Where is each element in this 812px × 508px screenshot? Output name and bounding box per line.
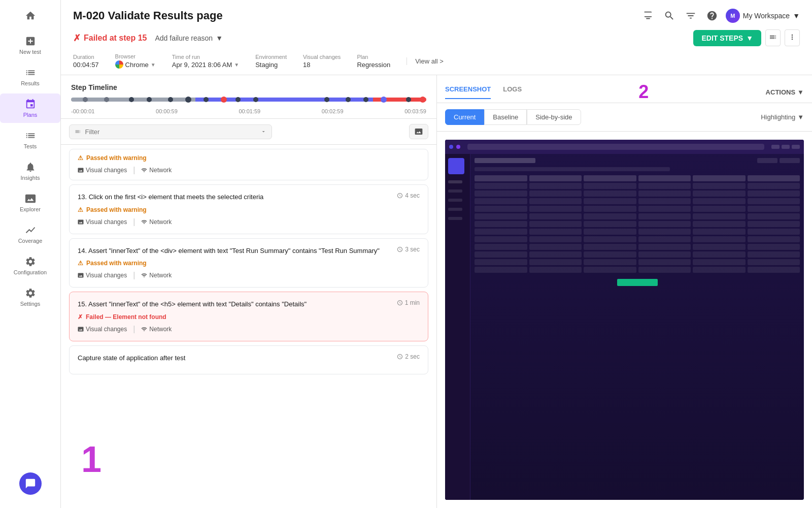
- filter-icon-btn[interactable]: [683, 8, 698, 23]
- timeline-dot-4: [147, 97, 152, 102]
- monitor-icon-btn[interactable]: [640, 8, 656, 23]
- prev-network-tag[interactable]: Network: [141, 167, 172, 174]
- prev-visual-tag[interactable]: Visual changes: [78, 167, 127, 174]
- mock-d1c6: [748, 183, 800, 189]
- step-13-network-tag[interactable]: Network: [141, 218, 172, 226]
- sidebar: New test Results Plans Tests Insights Ex…: [0, 0, 61, 508]
- header-actions: M My Workspace ▼: [640, 8, 800, 23]
- step-item-15: 15. Assert "innerText" of the <h5> eleme…: [69, 292, 428, 341]
- timeline-dot-5: [168, 97, 173, 102]
- edit-steps-button[interactable]: EDIT STEPS ▼: [693, 30, 761, 46]
- mock-main: [470, 154, 804, 500]
- sidebar-item-results-label: Results: [21, 80, 40, 86]
- step-13-network-label: Network: [149, 218, 172, 226]
- mock-d7c6: [748, 229, 800, 235]
- view-tab-baseline[interactable]: Baseline: [484, 109, 527, 125]
- actions-label: ACTIONS: [766, 88, 796, 96]
- tab-logs[interactable]: LOGS: [503, 85, 522, 99]
- mock-d5c2: [529, 213, 582, 219]
- mock-d12c2: [529, 267, 582, 273]
- mock-d6c5: [693, 221, 746, 227]
- mock-d1c3: [584, 183, 636, 189]
- step-14-network-tag[interactable]: Network: [141, 272, 172, 279]
- mock-d7c4: [638, 229, 691, 235]
- tab-screenshot[interactable]: SCREENSHOT: [445, 85, 491, 99]
- mock-d8c1: [475, 236, 527, 242]
- sidebar-item-coverage-label: Coverage: [18, 238, 43, 244]
- view-tab-side-by-side[interactable]: Side-by-side: [527, 109, 581, 125]
- mock-d11c5: [693, 259, 746, 265]
- right-panel-tabs: SCREENSHOT LOGS 2 ACTIONS ▼: [437, 75, 812, 103]
- mock-d10c5: [693, 251, 746, 258]
- timeline-dot-8: [235, 97, 241, 102]
- mock-col-h6: [748, 175, 800, 181]
- step-13-title: 13. Click on the first <i> element that …: [78, 192, 393, 202]
- sidebar-item-coverage[interactable]: Coverage: [0, 219, 60, 249]
- filter-input-wrapper: [69, 124, 272, 139]
- mock-d8c6: [748, 236, 800, 242]
- actions-dropdown-icon: ▼: [797, 88, 804, 96]
- view-tab-side-by-side-label: Side-by-side: [535, 113, 572, 121]
- step-15-tag-sep: |: [133, 325, 135, 334]
- mock-d11c6: [748, 259, 800, 265]
- highlighting-button[interactable]: Highlighting ▼: [761, 113, 804, 121]
- sidebar-item-new-test[interactable]: New test: [0, 30, 60, 60]
- step-15-tags: Visual changes | Network: [78, 325, 420, 334]
- add-failure-button[interactable]: Add failure reason ▼: [155, 34, 223, 42]
- sidebar-item-explorer[interactable]: Explorer: [0, 188, 60, 217]
- step-13-visual-tag[interactable]: Visual changes: [78, 218, 127, 226]
- sidebar-item-insights[interactable]: Insights: [0, 156, 60, 186]
- actions-button[interactable]: ACTIONS ▼: [766, 88, 804, 96]
- step-item-prev: ⚠ Passed with warning Visual changes | N…: [69, 149, 428, 180]
- mock-d2c2: [529, 190, 582, 197]
- workspace-button[interactable]: M My Workspace ▼: [726, 9, 800, 23]
- view-all-link[interactable]: View all >: [407, 57, 444, 65]
- filter-input[interactable]: [85, 128, 256, 136]
- help-icon-btn[interactable]: [704, 8, 720, 23]
- view-tab-current[interactable]: Current: [445, 109, 484, 125]
- step-14-visual-tag[interactable]: Visual changes: [78, 272, 127, 279]
- view-toggle-button[interactable]: [765, 29, 781, 46]
- sidebar-item-plans[interactable]: Plans: [0, 93, 60, 123]
- sidebar-item-tests[interactable]: Tests: [0, 125, 60, 154]
- more-options-button[interactable]: [785, 29, 800, 46]
- step-14-status-text: Passed with warning: [86, 260, 147, 267]
- mock-d5c5: [693, 213, 746, 219]
- mock-nav-1: [448, 180, 462, 183]
- step-15-network-tag[interactable]: Network: [141, 326, 172, 333]
- search-icon-btn[interactable]: [662, 8, 677, 23]
- timeline-dot-failed: [221, 97, 227, 103]
- mock-nav-3: [448, 199, 462, 202]
- mock-d3c5: [693, 198, 746, 204]
- time-value: Apr 9, 2021 8:06 AM ▼: [172, 61, 239, 69]
- timeline-dot-2: [104, 97, 109, 102]
- mock-d10c1: [475, 251, 527, 258]
- tab-logs-label: LOGS: [503, 85, 522, 93]
- duration-value: 00:04:57: [73, 61, 99, 69]
- step-13-duration: 4 sec: [397, 192, 420, 199]
- step-15-duration: 1 min: [397, 299, 420, 306]
- chat-button[interactable]: [19, 472, 42, 495]
- sidebar-item-results[interactable]: Results: [0, 62, 60, 91]
- mock-d7c1: [475, 229, 527, 235]
- browser-value: Chrome ▼: [115, 60, 156, 69]
- mock-nav-4: [448, 208, 462, 211]
- step-14-duration: 3 sec: [397, 246, 420, 253]
- timeline-dot-6: [185, 97, 191, 103]
- mock-dot-1: [449, 145, 453, 149]
- prev-visual-label: Visual changes: [86, 167, 127, 174]
- sidebar-item-configuration[interactable]: Configuration: [0, 251, 60, 280]
- main-content: M-020 Validate Results page M My Workspa…: [61, 0, 812, 508]
- sidebar-item-home[interactable]: [0, 5, 60, 28]
- sidebar-item-settings[interactable]: Settings: [0, 282, 60, 312]
- capture-duration: 2 sec: [397, 353, 420, 360]
- mock-d3c6: [748, 198, 800, 204]
- mock-d4c2: [529, 206, 582, 212]
- browser-name: Chrome: [125, 61, 149, 69]
- timeline-title: Step Timeline: [71, 83, 426, 91]
- step-item-capture: Capture state of application after test …: [69, 345, 428, 375]
- step-15-visual-tag[interactable]: Visual changes: [78, 326, 127, 333]
- plan-value: Regression: [357, 61, 390, 69]
- mock-d1c5: [693, 183, 746, 189]
- screenshot-toggle-button[interactable]: [409, 124, 428, 139]
